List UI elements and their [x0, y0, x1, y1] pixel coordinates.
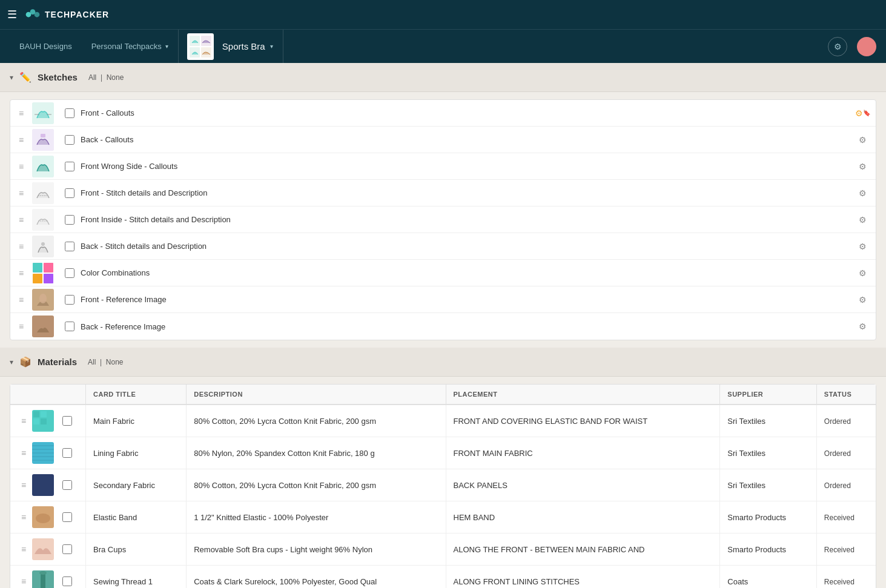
material-checkbox[interactable] [62, 512, 72, 522]
svg-rect-38 [32, 538, 54, 560]
sketch-label: Front - Reference Image [81, 295, 854, 304]
logo-area: TECHPACKER [24, 8, 109, 21]
drag-handle-icon[interactable]: ≡ [15, 162, 27, 171]
sketch-thumbnail [32, 315, 54, 337]
sketch-settings-button[interactable]: ⚙ [854, 185, 871, 202]
drag-handle-icon[interactable]: ≡ [15, 135, 27, 145]
sketch-checkbox[interactable] [65, 242, 74, 251]
drag-handle-icon[interactable]: ≡ [15, 322, 27, 331]
material-checkbox[interactable] [62, 448, 72, 458]
material-title: Secondary Fabric [86, 469, 187, 501]
material-placement: FRONT MAIN FABRIC [446, 437, 720, 469]
sketch-thumbnail [32, 289, 54, 311]
drag-handle-icon[interactable]: ≡ [15, 268, 27, 278]
sketch-label: Back - Callouts [81, 135, 854, 144]
chevron-down-icon: ▾ [165, 43, 168, 50]
material-description: Coats & Clark Surelock, 100% Polyester, … [187, 566, 446, 589]
product-chevron-icon: ▾ [270, 43, 273, 50]
sketch-checkbox[interactable] [65, 295, 74, 305]
drag-handle-icon[interactable]: ≡ [18, 416, 30, 426]
svg-rect-18 [32, 236, 54, 257]
sketch-thumbnail [32, 209, 54, 231]
breadcrumb-collection[interactable]: Personal Techpacks ▾ [82, 30, 179, 64]
sketches-toggle[interactable]: ▾ [10, 73, 13, 82]
materials-table-container: Card Title DESCRIPTION PLACEMENT SUPPLIE… [10, 384, 876, 588]
material-checkbox[interactable] [62, 576, 72, 586]
svg-rect-35 [32, 474, 54, 496]
material-title: Sewing Thread 1 [86, 566, 187, 589]
menu-icon[interactable]: ☰ [7, 8, 17, 21]
materials-all-link[interactable]: All [88, 358, 96, 366]
drag-handle-icon[interactable]: ≡ [15, 215, 27, 225]
material-status: Received [816, 501, 876, 533]
material-checkbox[interactable] [62, 416, 72, 426]
table-row: ≡ Bra Cups Removable Soft Bra cups - Lig… [10, 533, 876, 566]
materials-section-header: ▾ 📦 Materials All | None [0, 348, 886, 377]
sketches-all-link[interactable]: All [88, 73, 96, 82]
gear-icon: ⚙ [859, 162, 867, 171]
sketches-title: Sketches [38, 72, 78, 82]
sketch-row: ≡ Back - Stitch details and Description … [10, 233, 876, 260]
material-checkbox[interactable] [62, 544, 72, 554]
sketch-label: Front - Stitch details and Description [81, 188, 854, 197]
sketch-settings-button[interactable]: ⚙ [854, 131, 871, 148]
sketch-settings-button[interactable]: ⚙ [854, 265, 871, 282]
material-thumbnail [32, 570, 54, 588]
drag-handle-icon[interactable]: ≡ [18, 544, 30, 554]
breadcrumb-brand[interactable]: BAUH Designs [10, 30, 82, 64]
sketch-thumbnail [32, 262, 54, 284]
drag-handle-icon[interactable]: ≡ [18, 480, 30, 490]
material-title: Lining Fabric [86, 437, 187, 469]
sketch-settings-button[interactable]: ⚙ [854, 291, 871, 308]
drag-handle-icon[interactable]: ≡ [18, 512, 30, 522]
material-thumbnail [32, 474, 54, 496]
material-supplier: Sri Textiles [720, 405, 817, 437]
material-supplier: Coats [720, 566, 817, 589]
settings-button[interactable]: ⚙ [828, 37, 847, 56]
sketches-none-link[interactable]: None [107, 73, 124, 82]
sketch-checkbox[interactable] [65, 108, 74, 118]
sketch-settings-button[interactable]: ⚙ [854, 211, 871, 228]
sketch-row: ≡ Color Combinations ⚙ [10, 260, 876, 286]
gear-icon: ⚙ [859, 215, 867, 225]
gear-icon: ⚙ [859, 188, 867, 198]
material-supplier: Smarto Products [720, 501, 817, 533]
header-actions: ⚙ [818, 37, 886, 56]
user-avatar[interactable] [857, 37, 876, 56]
material-checkbox[interactable] [62, 480, 72, 490]
sketches-filter-links: All | None [88, 73, 124, 82]
material-title: Bra Cups [86, 533, 187, 566]
logo-text: TECHPACKER [45, 10, 109, 19]
drag-handle-icon[interactable]: ≡ [15, 108, 27, 118]
svg-rect-27 [32, 315, 54, 337]
col-status: STATUS [816, 385, 876, 405]
materials-toggle[interactable]: ▾ [10, 358, 13, 366]
material-description: 80% Cotton, 20% Lycra Cotton Knit Fabric… [187, 469, 446, 501]
sketch-row: ≡ Front - Callouts ⚙ 🔖 [10, 100, 876, 127]
drag-handle-icon[interactable]: ≡ [15, 295, 27, 305]
sketch-checkbox[interactable] [65, 322, 74, 331]
sketches-list: ≡ Front - Callouts ⚙ 🔖 ≡ Back - Callouts… [10, 99, 876, 340]
drag-handle-icon[interactable]: ≡ [15, 188, 27, 198]
sketch-checkbox[interactable] [65, 188, 74, 198]
sketch-settings-button[interactable]: ⚙ [854, 158, 871, 175]
sketch-settings-button[interactable]: ⚙ 🔖 [854, 105, 871, 122]
drag-handle-icon[interactable]: ≡ [15, 242, 27, 251]
material-description: 1 1/2" Knitted Elastic - 100% Polyester [187, 501, 446, 533]
sketch-settings-button[interactable]: ⚙ [854, 318, 871, 335]
svg-rect-23 [33, 274, 42, 283]
sketches-section-header: ▾ ✏️ Sketches All | None [0, 63, 886, 92]
materials-none-link[interactable]: None [106, 358, 124, 366]
sketch-settings-button[interactable]: ⚙ [854, 238, 871, 255]
product-name-section[interactable]: Sports Bra ▾ [217, 30, 278, 64]
sketch-checkbox[interactable] [65, 162, 74, 171]
sketch-checkbox[interactable] [65, 268, 74, 278]
sketch-checkbox[interactable] [65, 135, 74, 145]
material-status: Ordered [816, 437, 876, 469]
sketch-row: ≡ Front - Reference Image ⚙ [10, 286, 876, 313]
drag-handle-icon[interactable]: ≡ [18, 576, 30, 586]
drag-handle-icon[interactable]: ≡ [18, 448, 30, 458]
sketch-checkbox[interactable] [65, 215, 74, 225]
material-placement: FRONT AND COVERING ELASTIC BAND FOR WAIS… [446, 405, 720, 437]
material-status: Ordered [816, 405, 876, 437]
